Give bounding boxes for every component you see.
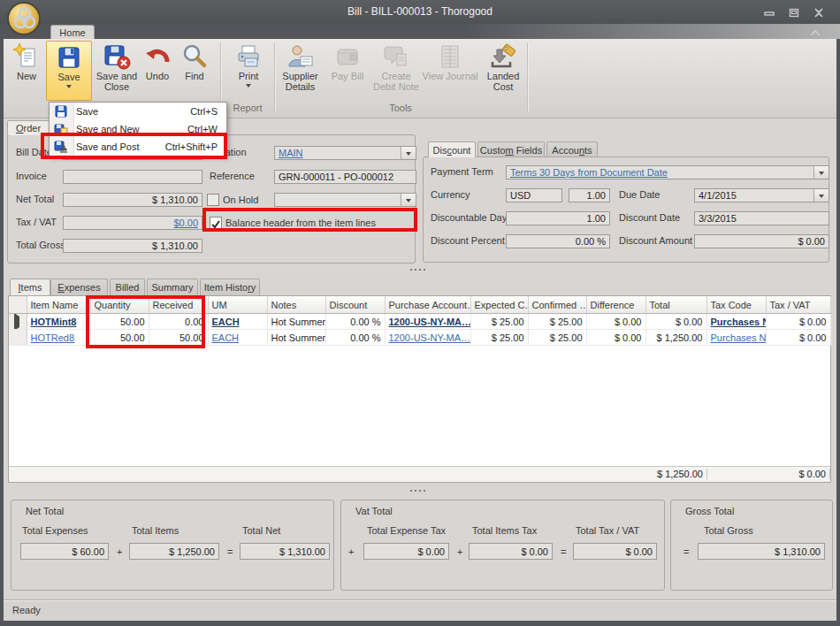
col-quantity[interactable]: Quantity — [90, 296, 149, 314]
col-discount[interactable]: Discount — [325, 296, 385, 314]
tab-summary[interactable]: Summary — [147, 279, 198, 295]
due-date-dropdown-arrow-icon[interactable] — [813, 189, 829, 202]
bill-window: Bill - BILL-000013 - Thorogood Home — [0, 0, 840, 626]
discountable-days-field[interactable]: 1.00 — [506, 211, 610, 225]
tab-order[interactable]: Order — [7, 120, 50, 135]
reference-field[interactable]: GRN-000011 - PO-000012 — [274, 170, 416, 184]
col-received[interactable]: Received — [149, 296, 208, 314]
new-button[interactable]: New — [7, 41, 46, 101]
col-tax-code[interactable]: Tax Code — [706, 296, 766, 314]
total-expenses-field[interactable]: $ 60.00 — [20, 543, 109, 560]
tax-code-link[interactable]: Purchases N… — [711, 317, 767, 327]
save-and-close-button[interactable]: Save and Close — [94, 41, 140, 101]
collapse-ribbon-chevron-icon[interactable] — [808, 27, 822, 37]
tab-items[interactable]: Items — [10, 279, 50, 295]
grid-row-2[interactable]: HOTRed8 50.00 50.00 EACH Hot Summer… 0.0… — [9, 330, 830, 346]
landed-cost-button[interactable]: Landed Cost — [481, 41, 525, 101]
item-name-link[interactable]: HOTMint8 — [31, 317, 77, 327]
balance-header-checkbox[interactable] — [210, 217, 222, 229]
create-debit-note-icon — [382, 42, 410, 71]
menu-item-save-and-new[interactable]: Save and New Ctrl+W — [50, 120, 226, 138]
row-selector-header — [9, 296, 27, 314]
save-button[interactable]: Save — [46, 41, 92, 101]
payment-term-link[interactable]: Terms 30 Days from Document Date — [510, 167, 668, 178]
um-link[interactable]: EACH — [212, 317, 240, 327]
menu-item-save[interactable]: Save Ctrl+S — [50, 103, 226, 120]
on-hold-combo[interactable] — [274, 193, 416, 207]
current-row-indicator — [9, 314, 27, 330]
col-um[interactable]: UM — [208, 296, 267, 314]
total-expense-tax-field[interactable]: $ 0.00 — [363, 543, 449, 560]
restore-button[interactable] — [784, 6, 804, 19]
print-button[interactable]: Print — [225, 41, 272, 101]
payment-term-dropdown-arrow-icon[interactable] — [813, 166, 829, 179]
supplier-details-button[interactable]: Supplier Details — [276, 41, 325, 101]
col-expected-cost[interactable]: Expected C… — [470, 296, 528, 314]
tab-accounts[interactable]: Accounts — [546, 141, 598, 157]
total-items-label: Total Items — [132, 525, 179, 536]
total-items-tax-field[interactable]: $ 0.00 — [469, 543, 553, 560]
col-purchase-account[interactable]: Purchase Account… — [385, 296, 470, 314]
plus-operator: + — [457, 546, 462, 557]
save-dropdown-arrow-icon[interactable] — [66, 85, 72, 91]
items-table: Item Name Quantity Received UM Notes Dis… — [9, 296, 831, 346]
tab-expenses[interactable]: Expenses — [50, 279, 108, 295]
application-logo[interactable] — [7, 2, 41, 35]
total-gross-field[interactable]: $ 1,310.00 — [63, 239, 202, 253]
discount-percent-field[interactable]: 0.00 % — [506, 234, 610, 248]
location-link[interactable]: MAIN — [279, 148, 303, 158]
item-name-link[interactable]: HOTRed8 — [31, 332, 75, 343]
horizontal-splitter[interactable] — [410, 490, 425, 492]
discount-amount-field[interactable]: $ 0.00 — [694, 234, 829, 248]
net-total-field[interactable]: $ 1,310.00 — [63, 193, 202, 207]
vat-total-title: Vat Total — [355, 506, 393, 516]
close-button[interactable] — [809, 6, 829, 19]
total-items-field[interactable]: $ 1,250.00 — [129, 543, 219, 560]
total-net-field[interactable]: $ 1,310.00 — [240, 543, 330, 560]
location-dropdown-arrow-icon[interactable] — [401, 147, 416, 159]
bill-form: Order Bill Date Invoice Net Total $ 1,31… — [4, 118, 836, 599]
discount-date-field[interactable]: 3/3/2015 — [694, 211, 829, 225]
tab-home[interactable]: Home — [50, 25, 95, 39]
find-button[interactable]: Find — [175, 41, 214, 101]
tax-vat-field[interactable]: $0.00 — [63, 216, 202, 230]
save-icon — [54, 104, 68, 118]
col-confirmed-cost[interactable]: Confirmed … — [528, 296, 586, 314]
on-hold-dropdown-arrow-icon[interactable] — [401, 194, 416, 206]
col-item-name[interactable]: Item Name — [27, 296, 90, 314]
tab-custom-fields[interactable]: Custom Fields — [477, 141, 545, 157]
total-tax-vat-field[interactable]: $ 0.00 — [573, 543, 657, 560]
um-link[interactable]: EACH — [212, 332, 240, 343]
tax-vat-link[interactable]: $0.00 — [173, 218, 198, 228]
tax-code-link[interactable]: Purchases N… — [711, 332, 767, 343]
total-gross-field[interactable]: $ 1,310.00 — [698, 543, 825, 560]
due-date-combo[interactable]: 4/1/2015 — [694, 188, 829, 202]
tab-discount[interactable]: Discount — [428, 141, 476, 157]
purchase-account-link[interactable]: 1200-US-NY-MA… — [389, 332, 471, 343]
col-difference[interactable]: Difference — [586, 296, 645, 314]
minimize-button[interactable] — [760, 6, 779, 19]
find-icon — [180, 42, 209, 71]
total-tax-vat-label: Total Tax / VAT — [576, 525, 639, 536]
currency-label: Currency — [431, 189, 470, 200]
tab-billed[interactable]: Billed — [110, 279, 145, 295]
payment-term-combo[interactable]: Terms 30 Days from Document Date — [506, 165, 829, 179]
undo-button[interactable]: Undo — [140, 41, 175, 101]
currency-rate-field[interactable]: 1.00 — [569, 188, 610, 202]
currency-code-field[interactable]: USD — [506, 188, 562, 202]
col-total[interactable]: Total — [645, 296, 706, 314]
horizontal-splitter[interactable] — [410, 269, 425, 271]
grid-row-1[interactable]: HOTMint8 50.00 0.00 EACH Hot Summer… 0.0… — [9, 314, 830, 330]
close-icon — [813, 8, 824, 18]
ribbon-separator — [274, 42, 275, 111]
tab-item-history[interactable]: Item History — [200, 279, 260, 295]
col-tax-vat[interactable]: Tax / VAT — [766, 296, 830, 314]
print-dropdown-arrow-icon[interactable] — [246, 84, 251, 90]
menu-item-save-and-post[interactable]: Save and Post Ctrl+Shift+P — [50, 138, 226, 156]
total-items-tax-label: Total Items Tax — [472, 525, 537, 536]
invoice-field[interactable] — [63, 170, 202, 184]
location-combo[interactable]: MAIN — [274, 146, 416, 160]
col-notes[interactable]: Notes — [267, 296, 325, 314]
purchase-account-link[interactable]: 1200-US-NY-MA… — [389, 317, 471, 327]
on-hold-checkbox[interactable] — [207, 194, 219, 206]
